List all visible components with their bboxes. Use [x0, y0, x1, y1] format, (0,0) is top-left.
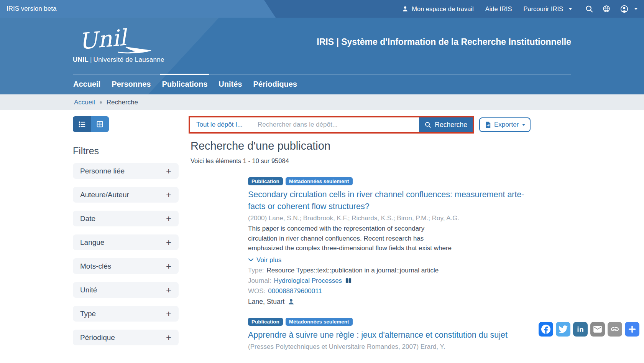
filter-mots-cles[interactable]: Mots-clés+	[73, 258, 179, 274]
book-icon	[345, 277, 352, 284]
breadcrumb-home[interactable]: Accueil	[74, 99, 95, 106]
list-view-button[interactable]	[73, 116, 91, 132]
plus-icon: +	[166, 237, 171, 248]
chevron-down-icon	[634, 8, 637, 10]
version-label: IRIS version beta	[7, 5, 56, 13]
list-icon	[78, 120, 86, 129]
breadcrumb-separator	[100, 101, 102, 104]
linkedin-icon	[576, 325, 585, 334]
share-bar	[539, 322, 639, 337]
twitter-icon	[559, 325, 568, 334]
filters-title: Filtres	[73, 145, 179, 157]
avatar-icon	[620, 5, 629, 13]
facebook-share-button[interactable]	[539, 322, 553, 337]
file-export-icon	[485, 121, 492, 129]
grid-icon	[96, 120, 104, 128]
view-toggle	[73, 116, 179, 132]
svg-text:Unil: Unil	[78, 25, 129, 54]
link-icon	[610, 325, 619, 334]
user-icon	[402, 5, 409, 12]
email-icon	[593, 324, 603, 334]
top-bar: IRIS version beta Mon espace de travail …	[0, 0, 644, 18]
plus-icon: +	[166, 332, 171, 343]
workspace-label: Mon espace de travail	[412, 5, 473, 13]
plus-icon: +	[166, 213, 171, 224]
filter-unite[interactable]: Unité+	[73, 282, 179, 298]
plus-icon: +	[166, 309, 171, 319]
help-label: Aide IRIS	[485, 5, 512, 13]
nav-accueil[interactable]: Accueil	[73, 80, 101, 89]
main-nav: Accueil Personnes Publications Unités Pé…	[73, 74, 571, 89]
filter-auteure-auteur[interactable]: Auteure/Auteur+	[73, 187, 179, 203]
filter-langue[interactable]: Langue+	[73, 234, 179, 250]
search-icon	[424, 121, 432, 129]
search-icon	[585, 5, 594, 13]
result-badges: Publication Métadonnées seulement	[248, 318, 572, 326]
result-item: Publication Métadonnées seulement Second…	[248, 177, 572, 306]
search-button[interactable]: Recherche	[419, 117, 473, 132]
search-input[interactable]	[252, 117, 419, 132]
help-link[interactable]: Aide IRIS	[485, 5, 512, 13]
wos-label: WOS:	[248, 287, 265, 295]
nav-unites[interactable]: Unités	[218, 80, 242, 89]
result-abstract: This paper is concerned with the represe…	[248, 224, 572, 253]
unil-logo-script: Unil	[73, 25, 161, 58]
plus-icon	[628, 325, 637, 334]
chevron-down-icon	[569, 8, 572, 10]
result-authors: (2000) Lane, S.N.; Bradbrook, K.F.; Rich…	[248, 214, 572, 222]
grid-view-button[interactable]	[91, 116, 109, 132]
browse-label: Parcourir IRIS	[523, 5, 563, 13]
iris-app: IRIS version beta Mon espace de travail …	[0, 0, 644, 363]
see-more-link[interactable]: Voir plus	[248, 256, 572, 264]
result-badges: Publication Métadonnées seulement	[248, 177, 572, 185]
breadcrumb: Accueil Recherche	[0, 94, 644, 110]
result-authors: (Presses Polytechniques et Universitaire…	[248, 343, 572, 351]
facebook-icon	[540, 323, 552, 335]
search-scope-select[interactable]: Tout le dépôt I...	[190, 117, 252, 132]
wos-link[interactable]: 000088879600011	[268, 287, 322, 295]
plus-icon: +	[166, 166, 171, 177]
type-value: Resource Types::text::publication in a j…	[267, 267, 439, 274]
result-title-link[interactable]: Secondary circulation cells in river cha…	[248, 189, 572, 213]
unil-logo[interactable]: Unil UNIL|Université de Lausanne	[73, 25, 164, 64]
result-title-link[interactable]: Apprendre à suivre une règle : jeux d'al…	[248, 329, 572, 341]
plus-icon: +	[166, 190, 171, 200]
filter-personne-liee[interactable]: Personne liée+	[73, 163, 179, 179]
filter-sidebar: Filtres Personne liée+ Auteure/Auteur+ D…	[73, 116, 179, 353]
filter-date[interactable]: Date+	[73, 211, 179, 226]
chevron-down-icon	[522, 124, 525, 126]
browse-menu[interactable]: Parcourir IRIS	[523, 5, 572, 13]
globe-icon	[602, 5, 611, 13]
more-share-button[interactable]	[625, 322, 639, 337]
unil-logo-subtitle: UNIL|Université de Lausanne	[73, 56, 164, 64]
results-summary: Voici les éléments 1 - 10 sur 95084	[191, 157, 572, 165]
publication-badge: Publication	[248, 177, 283, 185]
breadcrumb-current: Recherche	[107, 99, 138, 106]
filter-list: Personne liée+ Auteure/Auteur+ Date+ Lan…	[73, 163, 179, 345]
filter-periodique[interactable]: Périodique+	[73, 330, 179, 345]
nav-personnes[interactable]: Personnes	[111, 80, 151, 89]
search-bar-highlighted: Tout le dépôt I... Recherche	[189, 116, 474, 134]
export-button[interactable]: Exporter	[479, 117, 531, 132]
metadata-only-badge: Métadonnées seulement	[286, 318, 353, 326]
author-profile-link[interactable]: Lane, Stuart	[248, 298, 572, 306]
nav-publications[interactable]: Publications	[161, 80, 208, 89]
account-menu[interactable]	[620, 5, 637, 13]
email-share-button[interactable]	[590, 322, 605, 337]
twitter-share-button[interactable]	[556, 322, 570, 337]
linkedin-share-button[interactable]	[573, 322, 588, 337]
type-field: Type: Resource Types::text::publication …	[248, 267, 572, 274]
language-button[interactable]	[602, 5, 611, 13]
workspace-link[interactable]: Mon espace de travail	[402, 5, 473, 13]
chevron-down-icon	[248, 258, 254, 262]
main-content: Tout le dépôt I... Recherche Exporter Re…	[189, 116, 572, 351]
journal-link[interactable]: Hydrological Processes	[274, 277, 342, 285]
copy-link-share-button[interactable]	[608, 322, 622, 337]
filter-type[interactable]: Type+	[73, 306, 179, 322]
publication-badge: Publication	[248, 318, 283, 326]
wos-field: WOS: 000088879600011	[248, 287, 572, 295]
page-header-title: IRIS | Système d'Information de la Reche…	[317, 37, 571, 47]
search-toggle-button[interactable]	[585, 5, 594, 13]
nav-periodiques[interactable]: Périodiques	[253, 80, 297, 89]
plus-icon: +	[166, 285, 171, 295]
